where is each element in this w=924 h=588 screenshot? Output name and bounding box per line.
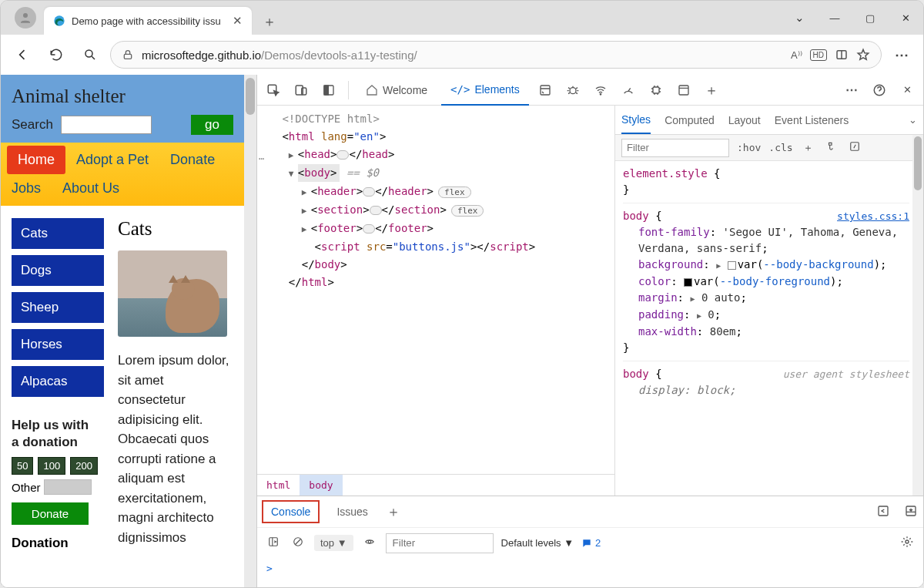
help-icon[interactable] <box>868 79 891 102</box>
overflow-dots-icon[interactable]: ⋯ <box>259 150 264 168</box>
bug-icon[interactable] <box>561 79 584 102</box>
inspect-icon[interactable] <box>262 79 285 102</box>
address-bar[interactable]: microsoftedge.github.io/Demos/devtools-a… <box>110 41 882 69</box>
log-levels[interactable]: Default levels ▼ <box>501 537 574 549</box>
donate-button[interactable]: Donate <box>12 502 89 525</box>
url-text: microsoftedge.github.io/Demos/devtools-a… <box>142 49 783 62</box>
issues-tab[interactable]: Issues <box>329 502 375 522</box>
subtab-layout[interactable]: Layout <box>728 106 761 134</box>
subtab-computed[interactable]: Computed <box>665 106 715 134</box>
styles-scrollbar[interactable] <box>912 135 923 496</box>
hd-icon[interactable]: HD <box>810 49 827 61</box>
svg-rect-9 <box>324 86 328 95</box>
other-input[interactable] <box>44 479 92 495</box>
cls-toggle[interactable]: .cls <box>768 142 792 153</box>
main-heading: Cats <box>118 218 233 240</box>
svg-rect-3 <box>124 54 131 59</box>
devtools-tab-bar: Welcome </> Elements ＋ ⋯ ✕ <box>257 75 923 106</box>
cat-sheep[interactable]: Sheep <box>12 292 104 323</box>
styles-toolbar: :hov .cls ＋ <box>615 135 923 161</box>
dom-tree-panel: ⋯ <!DOCTYPE html> <html lang="en"> ▶<hea… <box>257 106 615 496</box>
new-tab-button[interactable]: ＋ <box>256 8 283 35</box>
network-icon[interactable] <box>589 79 612 102</box>
lock-icon <box>122 49 134 61</box>
dock-drawer-icon[interactable] <box>905 505 917 519</box>
donation-200[interactable]: 200 <box>70 457 98 475</box>
add-drawer-tab-icon[interactable]: ＋ <box>387 502 400 521</box>
new-rule-icon[interactable]: ＋ <box>801 141 816 155</box>
help-heading: Help us with a donation <box>12 417 96 451</box>
reader-icon[interactable] <box>835 48 849 62</box>
more-icon[interactable]: ⋯ <box>840 79 863 102</box>
add-tool-icon[interactable]: ＋ <box>700 79 723 102</box>
svg-point-11 <box>570 87 576 93</box>
donation-100[interactable]: 100 <box>38 457 65 475</box>
chevron-down-icon[interactable]: ⌄ <box>782 1 817 35</box>
elements-tab[interactable]: </> Elements <box>441 75 529 106</box>
read-aloud-icon[interactable]: A⁾⁾ <box>791 49 802 61</box>
search-input[interactable] <box>61 116 152 134</box>
expand-drawer-icon[interactable] <box>877 505 889 519</box>
cat-cats[interactable]: Cats <box>12 218 104 249</box>
flex-icon[interactable] <box>847 141 862 154</box>
welcome-tab[interactable]: Welcome <box>357 75 437 106</box>
close-tab-icon[interactable]: ✕ <box>233 14 243 28</box>
nav-adopt[interactable]: Adopt a Pet <box>65 146 159 174</box>
subtab-events[interactable]: Event Listeners <box>775 106 849 134</box>
window-controls: ⌄ — ▢ ✕ <box>782 1 923 35</box>
dom-breadcrumb: html body <box>257 474 614 496</box>
cat-alpacas[interactable]: Alpacas <box>12 366 104 397</box>
crumb-html[interactable]: html <box>257 475 300 496</box>
issues-indicator[interactable]: 2 <box>581 537 601 549</box>
maximize-button[interactable]: ▢ <box>852 1 888 35</box>
body-text: Lorem ipsum dolor, sit amet consectetur … <box>118 351 233 547</box>
application-icon[interactable] <box>672 79 695 102</box>
cat-horses[interactable]: Horses <box>12 329 104 360</box>
console-prompt[interactable]: > <box>257 558 923 588</box>
page-scrollbar[interactable] <box>244 75 256 588</box>
app-icon[interactable] <box>534 79 557 102</box>
console-tab[interactable]: Console <box>263 502 318 522</box>
devtools-panel: Welcome </> Elements ＋ ⋯ ✕ <box>256 75 923 588</box>
refresh-button[interactable] <box>42 41 70 69</box>
browser-tab[interactable]: Demo page with accessibility issu ✕ <box>44 7 252 35</box>
sidebar-toggle-icon[interactable] <box>265 536 282 549</box>
console-filter-input[interactable] <box>386 533 494 553</box>
close-devtools-icon[interactable]: ✕ <box>896 79 919 102</box>
site-nav: Home Adopt a Pet Donate Jobs About Us <box>1 143 244 206</box>
css-rules[interactable]: element.style {} styles.css:1 body { fon… <box>615 161 923 496</box>
site-header: Animal shelter Search go <box>1 75 244 143</box>
nav-about[interactable]: About Us <box>52 174 130 203</box>
styles-filter-input[interactable] <box>621 139 729 157</box>
source-link[interactable]: styles.css:1 <box>837 208 909 224</box>
nav-home[interactable]: Home <box>7 146 65 174</box>
perf-icon[interactable] <box>617 79 640 102</box>
crumb-body[interactable]: body <box>300 475 342 496</box>
edge-icon <box>53 15 65 27</box>
profile-avatar[interactable] <box>15 7 36 29</box>
minimize-button[interactable]: — <box>817 1 852 35</box>
brush-icon[interactable] <box>824 141 839 154</box>
nav-jobs[interactable]: Jobs <box>1 174 52 203</box>
favorite-icon[interactable] <box>856 48 870 62</box>
console-settings-icon[interactable] <box>899 536 916 550</box>
search-button[interactable] <box>76 41 104 69</box>
chevron-down-icon[interactable]: ⌄ <box>909 114 917 126</box>
menu-button[interactable]: ⋯ <box>888 41 916 69</box>
clear-console-icon[interactable] <box>290 536 306 549</box>
search-go-button[interactable]: go <box>191 115 233 135</box>
context-selector[interactable]: top ▼ <box>314 535 353 551</box>
cat-dogs[interactable]: Dogs <box>12 255 104 286</box>
dock-icon[interactable] <box>317 79 340 102</box>
device-icon[interactable] <box>290 79 313 102</box>
close-window-button[interactable]: ✕ <box>888 1 923 35</box>
site-title: Animal shelter <box>12 86 233 107</box>
subtab-styles[interactable]: Styles <box>621 106 651 134</box>
back-button[interactable] <box>8 41 36 69</box>
donation-50[interactable]: 50 <box>12 457 33 475</box>
hov-toggle[interactable]: :hov <box>737 142 761 153</box>
memory-icon[interactable] <box>644 79 668 102</box>
dom-tree[interactable]: ⋯ <!DOCTYPE html> <html lang="en"> ▶<hea… <box>257 106 614 474</box>
nav-donate[interactable]: Donate <box>159 146 226 174</box>
live-expr-icon[interactable] <box>361 536 378 549</box>
